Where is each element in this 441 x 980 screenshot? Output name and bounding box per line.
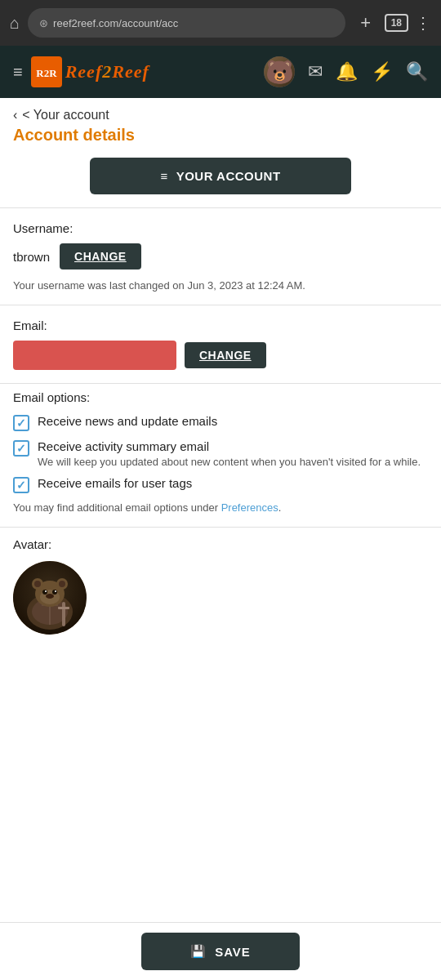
avatar-section: Avatar: <box>0 528 441 648</box>
list-item: Receive emails for user tags <box>13 476 428 493</box>
email-field-row: CHANGE <box>13 341 428 370</box>
page-content: ‹ < Your account Account details ≡ YOUR … <box>0 98 441 980</box>
home-icon[interactable]: ⌂ <box>10 14 20 33</box>
search-icon[interactable]: 🔍 <box>406 61 428 82</box>
tab-count[interactable]: 18 <box>385 14 408 32</box>
header-icons: ✉ 🔔 ⚡ 🔍 <box>264 56 428 87</box>
checkbox-summary-box[interactable] <box>13 440 29 457</box>
breadcrumb: ‹ < Your account <box>0 98 441 126</box>
list-item: Receive news and update emails <box>13 414 428 431</box>
url-text: reef2reef.com/account/acc <box>53 17 178 29</box>
svg-text:R2R: R2R <box>36 67 57 79</box>
checkbox-tags[interactable] <box>13 477 29 493</box>
preferences-note: You may find additional email options un… <box>13 501 428 514</box>
save-button[interactable]: 💾 SAVE <box>141 933 300 970</box>
svg-point-18 <box>46 594 54 599</box>
email-label: Email: <box>13 318 428 332</box>
username-note: Your username was last changed on Jun 3,… <box>13 276 428 298</box>
url-bar[interactable]: ⊛ reef2reef.com/account/acc <box>28 8 345 38</box>
list-item: Receive activity summary email We will k… <box>13 439 428 468</box>
browser-actions: + 18 ⋮ <box>354 12 431 33</box>
your-account-section: ≡ YOUR ACCOUNT <box>0 158 441 207</box>
avatar-title: Avatar: <box>13 537 428 551</box>
checkbox-news-label-wrap: Receive news and update emails <box>38 414 217 428</box>
email-change-button[interactable]: CHANGE <box>185 342 266 368</box>
username-value: tbrown <box>13 250 50 264</box>
more-menu-button[interactable]: ⋮ <box>415 13 431 33</box>
logo-area: R2R Reef2Reef <box>31 56 264 87</box>
checkbox-tags-label: Receive emails for user tags <box>38 476 192 490</box>
checkbox-news[interactable] <box>13 415 29 431</box>
svg-point-12 <box>59 581 65 587</box>
your-account-icon: ≡ <box>160 169 167 183</box>
checkbox-summary[interactable] <box>13 440 29 457</box>
checkbox-news-label: Receive news and update emails <box>38 414 217 428</box>
breadcrumb-label[interactable]: < Your account <box>22 108 109 122</box>
save-label: SAVE <box>215 945 251 959</box>
user-avatar[interactable] <box>264 56 295 87</box>
checkbox-news-box[interactable] <box>13 415 29 431</box>
back-arrow-icon[interactable]: ‹ <box>13 108 17 122</box>
checkbox-summary-label: Receive activity summary email <box>38 439 421 453</box>
svg-point-17 <box>55 590 56 592</box>
logo-text: Reef2Reef <box>65 61 149 82</box>
add-tab-button[interactable]: + <box>354 12 378 33</box>
preferences-note-prefix: You may find additional email options un… <box>13 501 221 514</box>
checkbox-summary-label-wrap: Receive activity summary email We will k… <box>38 439 421 468</box>
page-title: Account details <box>0 126 441 158</box>
checkbox-summary-sublabel: We will keep you updated about new conte… <box>38 456 421 468</box>
activity-icon[interactable]: ⚡ <box>371 61 393 82</box>
username-field-row: tbrown CHANGE <box>13 243 428 270</box>
email-redacted-value <box>13 341 176 370</box>
email-options-title: Email options: <box>13 390 428 404</box>
username-section: Username: tbrown CHANGE Your username wa… <box>0 208 441 305</box>
your-account-label: YOUR ACCOUNT <box>176 169 281 183</box>
svg-point-14 <box>42 590 47 595</box>
preferences-link[interactable]: Preferences <box>221 501 278 514</box>
checkbox-tags-box[interactable] <box>13 477 29 493</box>
avatar-image <box>264 56 295 87</box>
your-account-button[interactable]: ≡ YOUR ACCOUNT <box>90 158 351 194</box>
preferences-note-suffix: . <box>278 501 282 514</box>
svg-rect-19 <box>62 602 65 626</box>
save-icon: 💾 <box>190 944 207 959</box>
save-bar: 💾 SAVE <box>0 922 441 980</box>
username-label: Username: <box>13 221 428 235</box>
username-change-button[interactable]: CHANGE <box>60 243 141 270</box>
email-section: Email: CHANGE <box>0 305 441 383</box>
site-icon: ⊛ <box>39 17 48 29</box>
browser-bar: ⌂ ⊛ reef2reef.com/account/acc + 18 ⋮ <box>0 0 441 46</box>
svg-point-16 <box>45 590 47 592</box>
mail-icon[interactable]: ✉ <box>308 61 323 82</box>
avatar-large[interactable] <box>13 561 87 635</box>
notifications-icon[interactable]: 🔔 <box>336 61 358 82</box>
logo-badge: R2R <box>31 56 62 87</box>
checkbox-tags-label-wrap: Receive emails for user tags <box>38 476 192 490</box>
svg-rect-20 <box>58 607 69 609</box>
preferences-link-text: Preferences <box>221 501 278 514</box>
hamburger-icon[interactable]: ≡ <box>13 63 23 82</box>
svg-point-15 <box>52 590 57 595</box>
email-options-section: Email options: Receive news and update e… <box>0 384 441 527</box>
svg-point-11 <box>34 581 41 587</box>
app-header: ≡ R2R Reef2Reef ✉ 🔔 ⚡ 🔍 <box>0 46 441 98</box>
